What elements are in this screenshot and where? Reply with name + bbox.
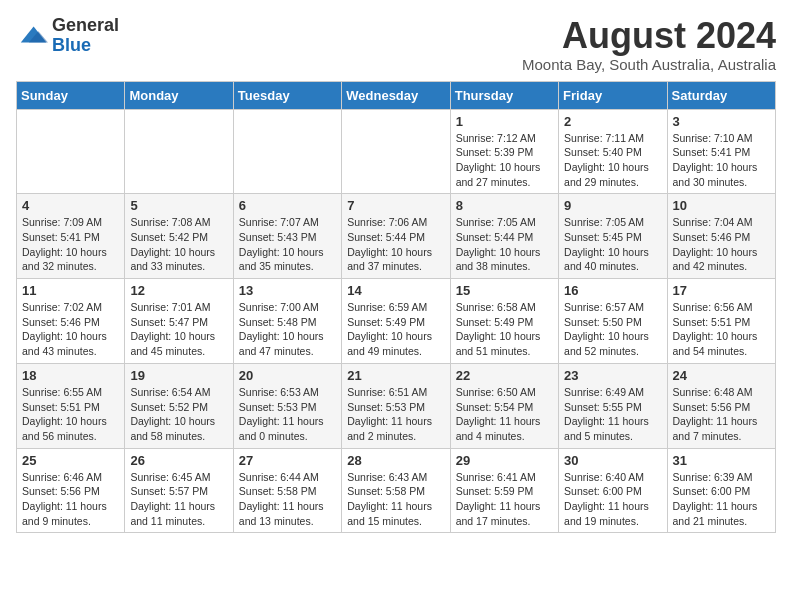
page-header: General Blue August 2024 Moonta Bay, Sou… (16, 16, 776, 73)
day-number: 30 (564, 453, 661, 468)
day-info: Sunrise: 7:05 AM Sunset: 5:45 PM Dayligh… (564, 215, 661, 274)
calendar-cell (342, 109, 450, 194)
day-info: Sunrise: 7:08 AM Sunset: 5:42 PM Dayligh… (130, 215, 227, 274)
calendar-cell: 28Sunrise: 6:43 AM Sunset: 5:58 PM Dayli… (342, 448, 450, 533)
calendar-cell: 18Sunrise: 6:55 AM Sunset: 5:51 PM Dayli… (17, 363, 125, 448)
day-number: 21 (347, 368, 444, 383)
calendar-cell: 14Sunrise: 6:59 AM Sunset: 5:49 PM Dayli… (342, 279, 450, 364)
day-info: Sunrise: 6:57 AM Sunset: 5:50 PM Dayligh… (564, 300, 661, 359)
day-info: Sunrise: 6:40 AM Sunset: 6:00 PM Dayligh… (564, 470, 661, 529)
day-number: 27 (239, 453, 336, 468)
day-of-week-header: Friday (559, 81, 667, 109)
title-block: August 2024 Moonta Bay, South Australia,… (522, 16, 776, 73)
calendar-cell: 25Sunrise: 6:46 AM Sunset: 5:56 PM Dayli… (17, 448, 125, 533)
day-info: Sunrise: 7:07 AM Sunset: 5:43 PM Dayligh… (239, 215, 336, 274)
day-number: 15 (456, 283, 553, 298)
logo-blue-text: Blue (52, 35, 91, 55)
calendar-cell: 20Sunrise: 6:53 AM Sunset: 5:53 PM Dayli… (233, 363, 341, 448)
day-number: 23 (564, 368, 661, 383)
day-of-week-header: Saturday (667, 81, 775, 109)
day-number: 5 (130, 198, 227, 213)
day-number: 24 (673, 368, 770, 383)
calendar-week-row: 4Sunrise: 7:09 AM Sunset: 5:41 PM Daylig… (17, 194, 776, 279)
day-info: Sunrise: 6:53 AM Sunset: 5:53 PM Dayligh… (239, 385, 336, 444)
calendar-cell: 12Sunrise: 7:01 AM Sunset: 5:47 PM Dayli… (125, 279, 233, 364)
day-info: Sunrise: 6:48 AM Sunset: 5:56 PM Dayligh… (673, 385, 770, 444)
day-number: 8 (456, 198, 553, 213)
day-number: 1 (456, 114, 553, 129)
calendar-cell: 11Sunrise: 7:02 AM Sunset: 5:46 PM Dayli… (17, 279, 125, 364)
calendar-cell: 22Sunrise: 6:50 AM Sunset: 5:54 PM Dayli… (450, 363, 558, 448)
day-info: Sunrise: 6:41 AM Sunset: 5:59 PM Dayligh… (456, 470, 553, 529)
logo: General Blue (16, 16, 119, 56)
calendar-cell (233, 109, 341, 194)
day-info: Sunrise: 7:00 AM Sunset: 5:48 PM Dayligh… (239, 300, 336, 359)
calendar-cell: 4Sunrise: 7:09 AM Sunset: 5:41 PM Daylig… (17, 194, 125, 279)
location-subtitle: Moonta Bay, South Australia, Australia (522, 56, 776, 73)
day-number: 12 (130, 283, 227, 298)
month-year-title: August 2024 (522, 16, 776, 56)
calendar-cell: 29Sunrise: 6:41 AM Sunset: 5:59 PM Dayli… (450, 448, 558, 533)
day-of-week-header: Monday (125, 81, 233, 109)
calendar-week-row: 1Sunrise: 7:12 AM Sunset: 5:39 PM Daylig… (17, 109, 776, 194)
day-number: 29 (456, 453, 553, 468)
day-number: 25 (22, 453, 119, 468)
calendar-header-row: SundayMondayTuesdayWednesdayThursdayFrid… (17, 81, 776, 109)
day-info: Sunrise: 7:12 AM Sunset: 5:39 PM Dayligh… (456, 131, 553, 190)
calendar-cell: 6Sunrise: 7:07 AM Sunset: 5:43 PM Daylig… (233, 194, 341, 279)
calendar-cell: 8Sunrise: 7:05 AM Sunset: 5:44 PM Daylig… (450, 194, 558, 279)
day-number: 31 (673, 453, 770, 468)
day-info: Sunrise: 7:05 AM Sunset: 5:44 PM Dayligh… (456, 215, 553, 274)
calendar-cell: 27Sunrise: 6:44 AM Sunset: 5:58 PM Dayli… (233, 448, 341, 533)
day-info: Sunrise: 7:04 AM Sunset: 5:46 PM Dayligh… (673, 215, 770, 274)
day-of-week-header: Wednesday (342, 81, 450, 109)
day-info: Sunrise: 6:49 AM Sunset: 5:55 PM Dayligh… (564, 385, 661, 444)
calendar-cell: 21Sunrise: 6:51 AM Sunset: 5:53 PM Dayli… (342, 363, 450, 448)
calendar-cell: 9Sunrise: 7:05 AM Sunset: 5:45 PM Daylig… (559, 194, 667, 279)
day-number: 17 (673, 283, 770, 298)
day-number: 9 (564, 198, 661, 213)
calendar-week-row: 25Sunrise: 6:46 AM Sunset: 5:56 PM Dayli… (17, 448, 776, 533)
calendar-cell: 16Sunrise: 6:57 AM Sunset: 5:50 PM Dayli… (559, 279, 667, 364)
day-info: Sunrise: 6:54 AM Sunset: 5:52 PM Dayligh… (130, 385, 227, 444)
logo-icon (16, 20, 48, 52)
day-number: 19 (130, 368, 227, 383)
calendar-cell: 31Sunrise: 6:39 AM Sunset: 6:00 PM Dayli… (667, 448, 775, 533)
day-info: Sunrise: 7:06 AM Sunset: 5:44 PM Dayligh… (347, 215, 444, 274)
calendar-table: SundayMondayTuesdayWednesdayThursdayFrid… (16, 81, 776, 534)
day-info: Sunrise: 6:55 AM Sunset: 5:51 PM Dayligh… (22, 385, 119, 444)
day-info: Sunrise: 7:02 AM Sunset: 5:46 PM Dayligh… (22, 300, 119, 359)
day-number: 14 (347, 283, 444, 298)
day-info: Sunrise: 6:50 AM Sunset: 5:54 PM Dayligh… (456, 385, 553, 444)
calendar-cell: 30Sunrise: 6:40 AM Sunset: 6:00 PM Dayli… (559, 448, 667, 533)
day-info: Sunrise: 6:39 AM Sunset: 6:00 PM Dayligh… (673, 470, 770, 529)
calendar-cell: 24Sunrise: 6:48 AM Sunset: 5:56 PM Dayli… (667, 363, 775, 448)
calendar-cell: 1Sunrise: 7:12 AM Sunset: 5:39 PM Daylig… (450, 109, 558, 194)
day-info: Sunrise: 6:59 AM Sunset: 5:49 PM Dayligh… (347, 300, 444, 359)
day-info: Sunrise: 7:09 AM Sunset: 5:41 PM Dayligh… (22, 215, 119, 274)
day-number: 11 (22, 283, 119, 298)
calendar-cell: 23Sunrise: 6:49 AM Sunset: 5:55 PM Dayli… (559, 363, 667, 448)
day-number: 16 (564, 283, 661, 298)
day-info: Sunrise: 6:43 AM Sunset: 5:58 PM Dayligh… (347, 470, 444, 529)
calendar-cell (125, 109, 233, 194)
day-info: Sunrise: 6:58 AM Sunset: 5:49 PM Dayligh… (456, 300, 553, 359)
day-info: Sunrise: 7:11 AM Sunset: 5:40 PM Dayligh… (564, 131, 661, 190)
calendar-cell: 7Sunrise: 7:06 AM Sunset: 5:44 PM Daylig… (342, 194, 450, 279)
calendar-cell: 13Sunrise: 7:00 AM Sunset: 5:48 PM Dayli… (233, 279, 341, 364)
day-number: 28 (347, 453, 444, 468)
day-number: 2 (564, 114, 661, 129)
day-info: Sunrise: 6:51 AM Sunset: 5:53 PM Dayligh… (347, 385, 444, 444)
calendar-cell: 15Sunrise: 6:58 AM Sunset: 5:49 PM Dayli… (450, 279, 558, 364)
day-number: 20 (239, 368, 336, 383)
calendar-week-row: 18Sunrise: 6:55 AM Sunset: 5:51 PM Dayli… (17, 363, 776, 448)
calendar-cell: 3Sunrise: 7:10 AM Sunset: 5:41 PM Daylig… (667, 109, 775, 194)
day-number: 7 (347, 198, 444, 213)
day-number: 10 (673, 198, 770, 213)
calendar-cell: 5Sunrise: 7:08 AM Sunset: 5:42 PM Daylig… (125, 194, 233, 279)
day-number: 3 (673, 114, 770, 129)
calendar-cell: 10Sunrise: 7:04 AM Sunset: 5:46 PM Dayli… (667, 194, 775, 279)
day-of-week-header: Thursday (450, 81, 558, 109)
day-of-week-header: Sunday (17, 81, 125, 109)
calendar-cell: 2Sunrise: 7:11 AM Sunset: 5:40 PM Daylig… (559, 109, 667, 194)
